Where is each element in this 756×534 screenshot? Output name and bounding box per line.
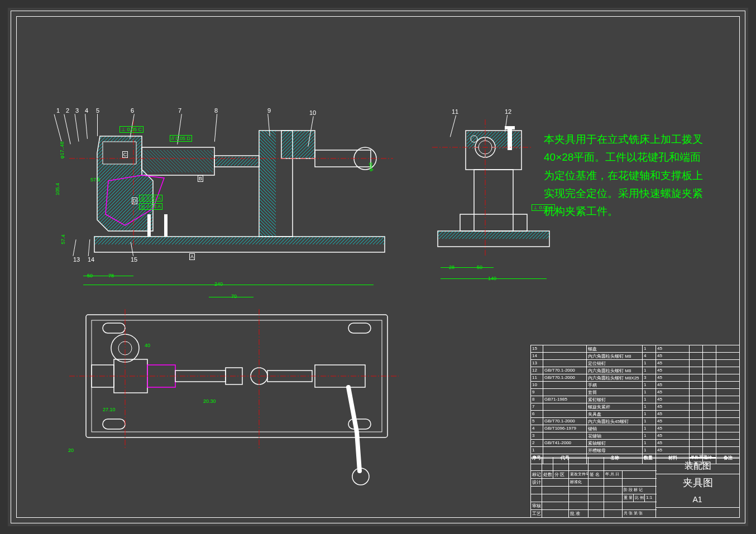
dim-d16: φ17..48	[59, 142, 65, 159]
balloon-12: 12	[505, 108, 511, 115]
balloon-11: 11	[452, 108, 458, 115]
balloon-6: 6	[131, 107, 134, 114]
sg-blank1	[531, 458, 657, 464]
dimline-d14	[460, 267, 494, 268]
balloon-5: 5	[96, 107, 99, 114]
dim-d7: 240	[214, 281, 223, 287]
bom-row: 12GB/T70.1-2000内六角圆柱头螺钉 M8145	[531, 367, 739, 374]
dim-d1: 57.5	[90, 177, 101, 182]
title-small-grid: 标记 处数 分 区 更改文件号 签 名 年.月.日 设计 标准化	[531, 458, 657, 518]
balloon-9: 9	[267, 107, 271, 114]
dim-d9: 70	[231, 294, 237, 299]
gdt-t3: ◎ 0.01 A	[139, 195, 162, 201]
bom-row: 7螺旋夹紧杆145	[531, 403, 739, 411]
svg-rect-1	[94, 237, 385, 244]
leader-5	[97, 114, 98, 136]
bom-row: 14内六角圆柱头螺钉 M8445	[531, 353, 739, 360]
svg-rect-3	[259, 131, 276, 237]
bom-row: 6夹具盘145	[531, 411, 739, 418]
datum-D: D	[132, 198, 137, 204]
sg-blank2	[531, 464, 657, 471]
svg-rect-17	[103, 323, 125, 333]
title-block: 15螺盘14514内六角圆柱头螺钉 M844513定位销钉14512GB/T70…	[530, 345, 740, 518]
dim-d11: 27.10	[103, 407, 116, 412]
bom-row: 10手柄145	[531, 382, 739, 389]
svg-rect-37	[460, 214, 527, 231]
svg-rect-43	[505, 126, 515, 129]
balloon-3: 3	[75, 107, 79, 114]
balloon-7: 7	[178, 107, 181, 114]
balloon-4: 4	[85, 107, 88, 114]
sheet-size: A1	[655, 491, 739, 508]
gdt-t1: ⊥ 0.05 C	[119, 126, 143, 133]
datum-B: B	[198, 175, 203, 182]
dimline-d6	[100, 276, 133, 276]
svg-rect-20	[348, 419, 371, 429]
balloon-8: 8	[214, 107, 218, 114]
sg-stage-row: 阶 段 标 记	[531, 487, 657, 494]
main-view-svg	[52, 103, 399, 270]
svg-rect-14	[164, 214, 168, 237]
bom-row: 5GB/T70.1-2000内六角圆柱头45螺钉145	[531, 418, 739, 425]
svg-rect-5	[143, 150, 213, 172]
svg-rect-18	[103, 419, 125, 429]
bom-row: 13定位销钉145	[531, 360, 739, 367]
title-block-bottom: 装配图 夹具图 A1 标记 处数 分 区	[531, 457, 739, 517]
dim-d10: 20.30	[203, 398, 216, 404]
balloon-1: 1	[56, 107, 60, 114]
balloon-2: 2	[66, 107, 69, 114]
top-view-svg	[52, 292, 399, 493]
bom-row: 11GB/T70.1-2000内六角圆柱头螺钉 M8X25345	[531, 374, 739, 382]
bom-row: 4GB/T1096-1979键销145	[531, 425, 739, 432]
datum-C: C	[122, 151, 128, 158]
corner-cell	[655, 507, 739, 517]
bom-table: 15螺盘14514内六角圆柱头螺钉 M844513定位销钉14512GB/T70…	[531, 345, 739, 454]
svg-rect-19	[348, 323, 371, 333]
dimline-d13	[441, 267, 460, 268]
balloon-14: 14	[88, 256, 94, 263]
dimline-d9	[209, 297, 253, 297]
balloon-15: 15	[131, 256, 137, 263]
svg-rect-7	[216, 157, 258, 166]
datum-A: A	[189, 253, 195, 260]
bom-row: 8GB71-1985紧钉螺钉145	[531, 396, 739, 403]
dimline-d5	[83, 276, 100, 276]
dimline-d15	[441, 278, 547, 279]
dim-d12: 40	[145, 343, 150, 348]
sg-scale-row: 重 量 比 例 1:1	[531, 494, 657, 502]
svg-rect-36	[474, 170, 513, 231]
annotation-text: 本夹具用于在立式铣床上加工拨叉40×28平面。工件以花键孔和端面为定位基准，在花…	[544, 131, 711, 220]
sg-process-row: 工艺 批 准 共 张 第 张	[531, 510, 657, 518]
dim-d4: 57.4	[60, 234, 66, 244]
dim-d3: 105.4	[55, 183, 60, 196]
bom-row: 9套筒145	[531, 389, 739, 396]
bom-row: 3花键轴145	[531, 432, 739, 440]
main-title: 装配图	[655, 458, 739, 474]
balloon-13: 13	[73, 256, 80, 263]
svg-rect-42	[508, 128, 512, 150]
dim-d17: φ48	[368, 162, 374, 171]
bom-row: 15螺盘145	[531, 345, 739, 353]
svg-point-21	[111, 334, 139, 362]
gdt-t4: ◎ 0.03 A	[139, 203, 162, 210]
bom-row: 2GB/T41-2000紧轴螺钉145	[531, 440, 739, 447]
dim-d8: 20	[68, 448, 74, 453]
dimline-d7	[83, 285, 374, 285]
drawing-sheet: 1 2 3 4 5 6 7 8 9 10 11 12 13 14 15 57.5…	[8, 8, 748, 526]
balloon-10: 10	[309, 109, 316, 116]
sg-check-row: 审核	[531, 502, 657, 510]
sg-labels1: 标记 处数 分 区 更改文件号 签 名 年.月.日	[531, 471, 657, 479]
sg-design-row: 设计 标准化	[531, 479, 657, 487]
gdt-t2: // 0.05 D	[170, 135, 192, 142]
svg-rect-13	[147, 214, 151, 237]
